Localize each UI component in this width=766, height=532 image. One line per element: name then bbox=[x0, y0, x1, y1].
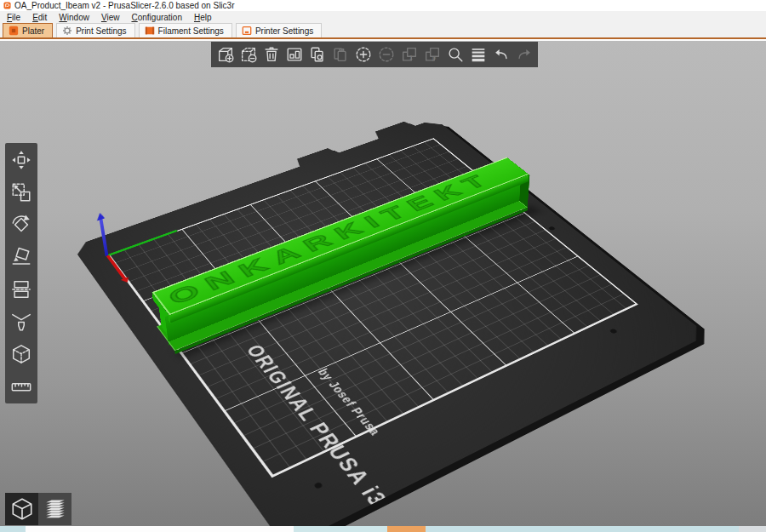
object-toolbar: 1 p bbox=[211, 42, 538, 67]
taskbar-segment[interactable] bbox=[294, 526, 387, 532]
menu-window[interactable]: Window bbox=[53, 13, 95, 22]
paint-on-supports-tool-button[interactable] bbox=[9, 310, 34, 334]
copy-button[interactable] bbox=[306, 43, 329, 66]
arrange-button[interactable] bbox=[283, 43, 306, 66]
remove-instance-button[interactable] bbox=[374, 43, 397, 66]
search-button[interactable] bbox=[443, 43, 466, 66]
gizmo-toolbar bbox=[5, 143, 37, 403]
scale-tool-button[interactable] bbox=[9, 180, 34, 204]
menu-edit[interactable]: Edit bbox=[26, 13, 53, 22]
add-object-button[interactable] bbox=[214, 43, 237, 66]
scene: ORIGINAL PRUSA i3 MK3 by Josef Prusa ONK… bbox=[0, 41, 766, 526]
move-tool-button[interactable] bbox=[9, 148, 34, 172]
filament-spool-icon bbox=[145, 26, 155, 36]
menu-help[interactable]: Help bbox=[188, 13, 218, 22]
measure-tool-button[interactable] bbox=[9, 375, 34, 398]
print-bed: ORIGINAL PRUSA i3 MK3 by Josef Prusa ONK… bbox=[66, 113, 720, 526]
3d-editor-view-button[interactable] bbox=[5, 493, 38, 525]
place-on-face-tool-button[interactable] bbox=[9, 245, 34, 269]
taskbar-strip[interactable] bbox=[0, 526, 766, 532]
tab-printer-settings[interactable]: Printer Settings bbox=[236, 23, 322, 37]
split-to-objects-button[interactable]: 1 bbox=[397, 43, 420, 66]
printer-icon bbox=[242, 26, 252, 36]
bed-hole bbox=[313, 482, 323, 489]
taskbar-segment[interactable] bbox=[26, 526, 294, 532]
delete-object-button[interactable] bbox=[237, 43, 260, 66]
menu-file[interactable]: File bbox=[1, 13, 26, 22]
variable-layer-height-button[interactable] bbox=[466, 43, 489, 66]
redo-button[interactable] bbox=[512, 43, 535, 66]
tab-print-settings[interactable]: Print Settings bbox=[56, 23, 134, 37]
menu-configuration[interactable]: Configuration bbox=[125, 13, 188, 22]
settings-tab-bar: Plater Print Settings Filament Settings … bbox=[0, 23, 766, 39]
taskbar-segment[interactable] bbox=[739, 526, 766, 532]
menu-view[interactable]: View bbox=[95, 13, 126, 22]
app-icon bbox=[3, 2, 11, 9]
window-title: OA_Product_Ibeam v2 - PrusaSlicer-2.6.0 … bbox=[14, 1, 234, 10]
view-switch bbox=[5, 493, 71, 525]
title-bar: OA_Product_Ibeam v2 - PrusaSlicer-2.6.0 … bbox=[0, 0, 766, 11]
split-to-parts-button[interactable]: p bbox=[420, 43, 443, 66]
plater-icon bbox=[9, 26, 19, 36]
bed-hole bbox=[609, 329, 618, 335]
rotate-tool-button[interactable] bbox=[9, 213, 34, 237]
solid-part-tool-button[interactable] bbox=[9, 342, 34, 366]
taskbar-segment[interactable] bbox=[387, 526, 426, 532]
menu-bar: File Edit Window View Configuration Help bbox=[0, 11, 766, 23]
bed-hole bbox=[548, 226, 556, 232]
undo-button[interactable] bbox=[489, 43, 512, 66]
cut-tool-button[interactable] bbox=[9, 277, 34, 301]
gear-icon bbox=[62, 26, 72, 36]
add-instance-button[interactable] bbox=[352, 43, 374, 66]
tab-filament-settings[interactable]: Filament Settings bbox=[139, 23, 232, 37]
tab-plater[interactable]: Plater bbox=[3, 23, 53, 37]
delete-all-button[interactable] bbox=[260, 43, 283, 66]
preview-view-button[interactable] bbox=[38, 493, 71, 525]
svg-text:p: p bbox=[432, 54, 436, 61]
3d-viewport[interactable]: ORIGINAL PRUSA i3 MK3 by Josef Prusa ONK… bbox=[0, 41, 766, 526]
paste-button[interactable] bbox=[329, 43, 352, 66]
svg-text:1: 1 bbox=[409, 54, 413, 61]
